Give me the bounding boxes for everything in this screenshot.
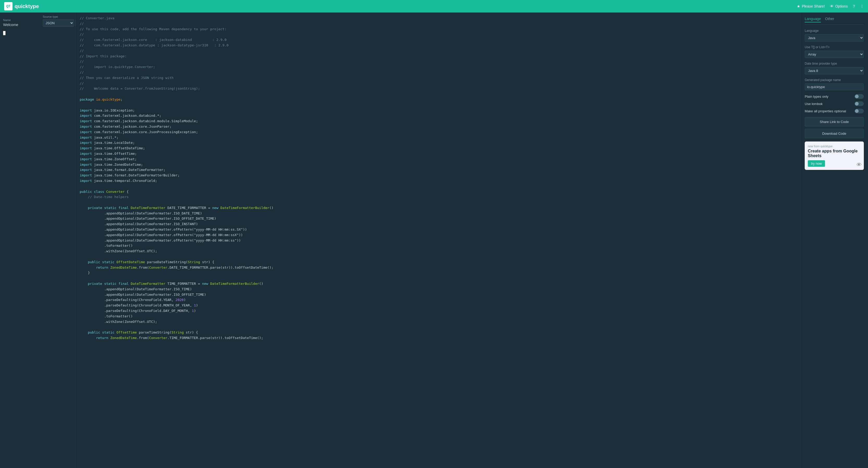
cursor xyxy=(3,31,5,35)
name-input[interactable] xyxy=(3,23,40,27)
package-section: Generated package name xyxy=(805,78,864,90)
language-select[interactable]: Java TypeScript Swift C# Go Python Kotli… xyxy=(805,34,864,42)
language-section: Language Java TypeScript Swift C# Go Pyt… xyxy=(805,29,864,42)
toggles-section: Plain types only Use lombok Make all pro… xyxy=(805,94,864,113)
eye-icon: 👁 xyxy=(830,4,834,8)
json-editor[interactable] xyxy=(0,28,75,468)
left-panel: Name Source type JSON JSON Schema TypeSc… xyxy=(0,12,75,468)
package-input[interactable] xyxy=(805,83,864,90)
make-optional-row: Make all properties optional xyxy=(805,109,864,113)
tab-other[interactable]: Other xyxy=(825,17,834,23)
name-field-group: Name xyxy=(3,19,40,27)
header: QT quicktype ★ Please Share! 👁 Options ?… xyxy=(0,0,868,12)
ad-try-button[interactable]: try now xyxy=(808,160,825,167)
use-lombok-toggle[interactable] xyxy=(855,101,864,106)
panel-tabs: Language Other xyxy=(805,17,864,25)
header-right: ★ Please Share! 👁 Options ? ⋮ xyxy=(797,4,864,8)
main-layout: Name Source type JSON JSON Schema TypeSc… xyxy=(0,12,868,468)
make-optional-knob xyxy=(855,109,859,113)
share-button[interactable]: ★ Please Share! xyxy=(797,4,825,8)
source-type-select[interactable]: JSON JSON Schema TypeScript GraphQL xyxy=(43,19,74,27)
name-label: Name xyxy=(3,19,40,22)
tab-language[interactable]: Language xyxy=(805,17,821,23)
ad-eye-icon: 👁 xyxy=(857,162,862,168)
help-button[interactable]: ? xyxy=(853,4,855,8)
right-panel: Language Other Language Java TypeScript … xyxy=(800,12,868,468)
language-label: Language xyxy=(805,29,864,33)
ad-label: new from quicktype xyxy=(808,145,861,148)
ad-title: Create apps from Google Sheets xyxy=(808,149,861,158)
datetime-section: Date time provider type Java 8 Joda xyxy=(805,62,864,74)
use-lombok-knob xyxy=(855,102,859,105)
options-button[interactable]: 👁 Options xyxy=(830,4,848,8)
question-icon: ? xyxy=(853,4,855,8)
logo-icon: QT xyxy=(4,2,12,10)
use-lombok-label: Use lombok xyxy=(805,102,823,106)
datetime-select[interactable]: Java 8 Joda xyxy=(805,67,864,74)
menu-button[interactable]: ⋮ xyxy=(860,4,864,8)
star-icon: ★ xyxy=(797,4,800,8)
use-t-select[interactable]: Array List xyxy=(805,51,864,58)
package-label: Generated package name xyxy=(805,78,864,82)
plain-types-label: Plain types only xyxy=(805,95,828,98)
use-t-section: Use T[] or List<T> Array List xyxy=(805,45,864,58)
code-output: // Converter.java // // To use this code… xyxy=(80,15,796,341)
make-optional-label: Make all properties optional xyxy=(805,109,846,113)
logo-text: quicktype xyxy=(14,3,39,9)
download-button[interactable]: Download Code xyxy=(805,129,864,138)
plain-types-knob xyxy=(855,95,859,98)
left-panel-header: Name Source type JSON JSON Schema TypeSc… xyxy=(0,12,75,28)
header-left: QT quicktype xyxy=(4,2,39,10)
datetime-label: Date time provider type xyxy=(805,62,864,65)
menu-icon: ⋮ xyxy=(860,4,864,8)
code-panel: // Converter.java // // To use this code… xyxy=(75,12,800,468)
use-lombok-row: Use lombok xyxy=(805,101,864,106)
ad-banner: new from quicktype Create apps from Goog… xyxy=(805,142,864,170)
plain-types-toggle[interactable] xyxy=(855,94,864,99)
make-optional-toggle[interactable] xyxy=(855,109,864,113)
use-t-label: Use T[] or List<T> xyxy=(805,45,864,49)
share-link-button[interactable]: Share Link to Code xyxy=(805,117,864,127)
plain-types-row: Plain types only xyxy=(805,94,864,99)
